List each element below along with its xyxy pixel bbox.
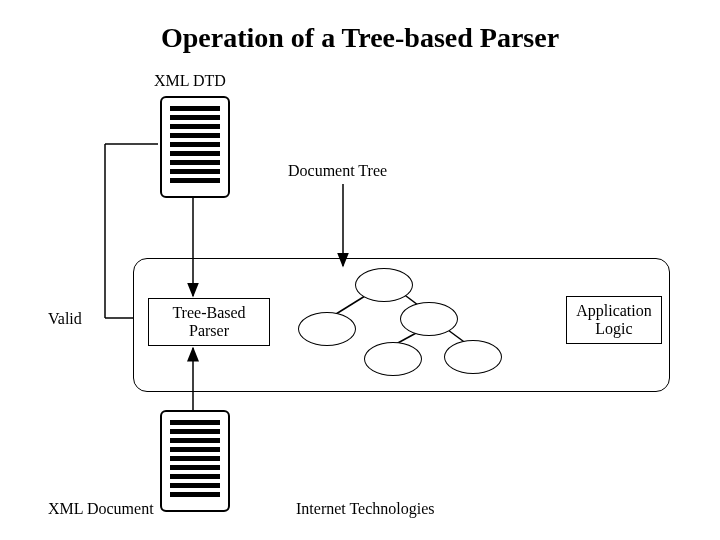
label-xml-dtd: XML DTD	[154, 72, 226, 90]
tree-node-a	[400, 302, 458, 336]
xml-dtd-document-icon	[160, 96, 230, 198]
tree-based-parser-box: Tree-Based Parser	[148, 298, 270, 346]
application-logic-label-1: Application	[576, 302, 652, 320]
application-logic-label-2: Logic	[595, 320, 632, 338]
tree-based-parser-label-2: Parser	[189, 322, 229, 340]
application-logic-box: Application Logic	[566, 296, 662, 344]
xml-document-icon	[160, 410, 230, 512]
tree-node-b	[298, 312, 356, 346]
page-title: Operation of a Tree-based Parser	[0, 22, 720, 54]
label-document-tree: Document Tree	[288, 162, 387, 180]
label-valid: Valid	[48, 310, 82, 328]
label-xml-document: XML Document	[48, 500, 154, 518]
footer-text: Internet Technologies	[296, 500, 435, 518]
tree-based-parser-label-1: Tree-Based	[172, 304, 245, 322]
tree-node-d	[364, 342, 422, 376]
tree-node-root	[355, 268, 413, 302]
tree-node-c	[444, 340, 502, 374]
